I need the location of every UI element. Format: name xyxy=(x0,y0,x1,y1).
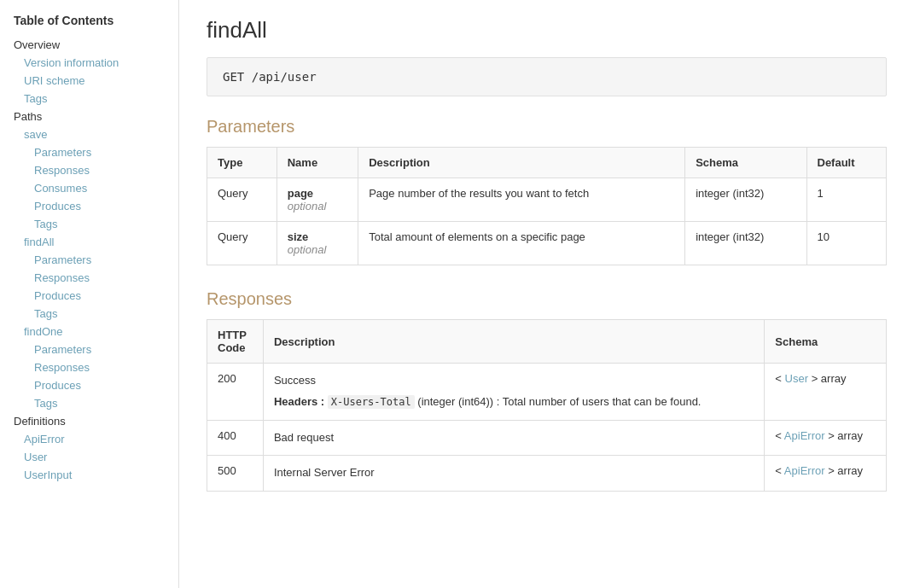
sidebar-item-findall[interactable]: findAll xyxy=(0,233,178,251)
response-code: 400 xyxy=(207,420,264,456)
response-headers-label: Headers : xyxy=(274,395,324,408)
sidebar-item-responses[interactable]: Responses xyxy=(0,358,178,376)
param-description: Page number of the results you want to f… xyxy=(358,178,685,222)
table-row: QuerysizeoptionalTotal amount of element… xyxy=(207,222,887,265)
sidebar-item-definitions[interactable]: Definitions xyxy=(0,412,178,430)
table-row: 400Bad request< ApiError > array xyxy=(207,420,887,456)
sidebar-item-uri-scheme[interactable]: URI scheme xyxy=(0,72,178,90)
sidebar-item-tags[interactable]: Tags xyxy=(0,305,178,323)
response-success: Success xyxy=(274,372,754,390)
sidebar-item-save[interactable]: save xyxy=(0,125,178,143)
params-col-name: Name xyxy=(277,148,358,178)
param-optional: optional xyxy=(288,200,327,212)
params-col-schema: Schema xyxy=(685,148,806,178)
response-description: Bad request xyxy=(263,420,764,456)
param-default: 10 xyxy=(806,222,887,265)
sidebar-item-responses[interactable]: Responses xyxy=(0,161,178,179)
sidebar-item-responses[interactable]: Responses xyxy=(0,269,178,287)
responses-section-title: Responses xyxy=(207,289,887,309)
sidebar-item-parameters[interactable]: Parameters xyxy=(0,251,178,269)
sidebar-item-consumes[interactable]: Consumes xyxy=(0,179,178,197)
table-row: 500Internal Server Error< ApiError > arr… xyxy=(207,456,887,492)
param-default: 1 xyxy=(806,178,887,222)
params-col-description: Description xyxy=(358,148,685,178)
param-name-cell: sizeoptional xyxy=(277,222,358,265)
response-description: SuccessHeaders : X-Users-Total (integer … xyxy=(263,364,764,421)
sidebar-item-paths[interactable]: Paths xyxy=(0,108,178,125)
sidebar-item-user[interactable]: User xyxy=(0,448,178,466)
main-content: findAll GET /api/user Parameters TypeNam… xyxy=(179,0,914,588)
schema-link[interactable]: ApiError xyxy=(784,464,825,477)
sidebar-item-apierror[interactable]: ApiError xyxy=(0,430,178,448)
sidebar-item-version-information[interactable]: Version information xyxy=(0,54,178,72)
sidebar-item-tags[interactable]: Tags xyxy=(0,394,178,412)
response-description: Internal Server Error xyxy=(263,456,764,492)
responses-col-http-code: HTTPCode xyxy=(207,320,264,364)
param-name: size xyxy=(288,230,347,243)
schema-link[interactable]: User xyxy=(785,372,808,385)
sidebar-item-parameters[interactable]: Parameters xyxy=(0,341,178,358)
endpoint-title: findAll xyxy=(207,17,887,44)
response-schema: < ApiError > array xyxy=(765,420,887,456)
response-code: 500 xyxy=(207,456,264,492)
toc-title: Table of Contents xyxy=(0,14,178,36)
response-code: 200 xyxy=(207,364,264,421)
table-row: 200SuccessHeaders : X-Users-Total (integ… xyxy=(207,364,887,421)
sidebar-item-parameters[interactable]: Parameters xyxy=(0,143,178,161)
sidebar-item-findone[interactable]: findOne xyxy=(0,323,178,341)
endpoint-code-block: GET /api/user xyxy=(207,57,887,96)
sidebar-item-produces[interactable]: Produces xyxy=(0,197,178,215)
response-schema: < User > array xyxy=(765,364,887,421)
sidebar-item-produces[interactable]: Produces xyxy=(0,287,178,305)
sidebar-item-tags[interactable]: Tags xyxy=(0,90,178,108)
schema-link[interactable]: ApiError xyxy=(784,429,825,442)
parameters-section-title: Parameters xyxy=(207,117,887,137)
param-type: Query xyxy=(207,178,277,222)
params-col-default: Default xyxy=(806,148,887,178)
sidebar-item-userinput[interactable]: UserInput xyxy=(0,466,178,484)
params-col-type: Type xyxy=(207,148,277,178)
table-row: QuerypageoptionalPage number of the resu… xyxy=(207,178,887,222)
response-header-detail: (integer (int64)) : Total number of user… xyxy=(417,395,701,408)
param-name-cell: pageoptional xyxy=(277,178,358,222)
param-description: Total amount of elements on a specific p… xyxy=(358,222,685,265)
param-schema: integer (int32) xyxy=(685,222,806,265)
response-header-code: X-Users-Total xyxy=(328,395,415,409)
param-schema: integer (int32) xyxy=(685,178,806,222)
param-optional: optional xyxy=(288,243,327,256)
sidebar-item-produces[interactable]: Produces xyxy=(0,376,178,394)
responses-col-description: Description xyxy=(263,320,764,364)
parameters-table: TypeNameDescriptionSchemaDefault Querypa… xyxy=(207,147,887,265)
sidebar: Table of Contents OverviewVersion inform… xyxy=(0,0,179,588)
response-schema: < ApiError > array xyxy=(765,456,887,492)
sidebar-item-overview[interactable]: Overview xyxy=(0,36,178,54)
responses-col-schema: Schema xyxy=(765,320,887,364)
sidebar-item-tags[interactable]: Tags xyxy=(0,215,178,233)
responses-table: HTTPCodeDescriptionSchema 200SuccessHead… xyxy=(207,319,887,492)
param-name: page xyxy=(288,187,347,200)
param-type: Query xyxy=(207,222,277,265)
